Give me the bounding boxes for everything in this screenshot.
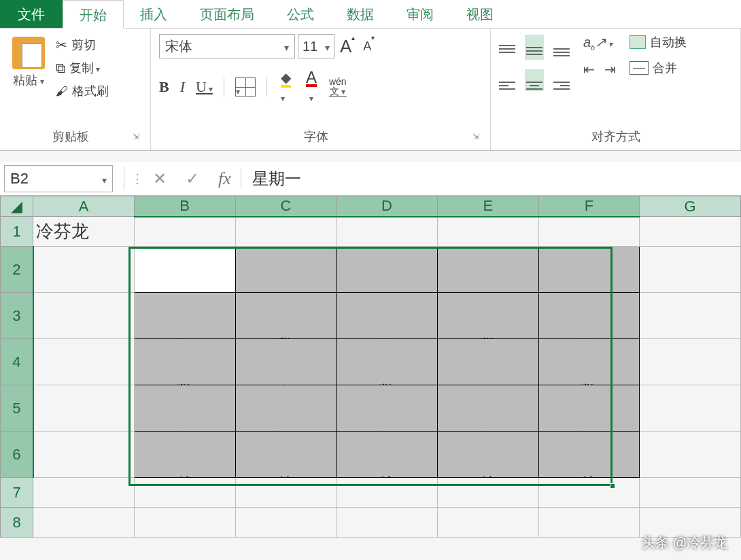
name-box[interactable]: B2 <box>4 165 113 192</box>
spreadsheet-grid[interactable]: ◢ A B C D E F G 1 冷芬龙 2 星期一 星期二 星期三 星期四 … <box>0 196 741 538</box>
cell-B1[interactable] <box>134 217 235 247</box>
insert-function-button[interactable]: fx <box>209 169 241 189</box>
cell-C4[interactable]: 语文 <box>235 339 337 385</box>
cut-button[interactable]: 剪切 <box>56 37 109 53</box>
fill-color-button[interactable] <box>278 69 294 105</box>
shrink-font-button[interactable]: A▾ <box>360 39 377 54</box>
align-middle-button[interactable] <box>525 35 544 60</box>
font-size-combo[interactable]: 11 <box>298 34 334 58</box>
align-bottom-button[interactable] <box>553 37 570 56</box>
tab-data[interactable]: 数据 <box>330 0 390 28</box>
cell-B3[interactable]: 语文 <box>134 293 235 339</box>
cell-A3[interactable] <box>33 293 135 339</box>
cell-A7[interactable] <box>33 478 135 508</box>
borders-button[interactable] <box>235 77 256 97</box>
row-header-3[interactable]: 3 <box>1 293 33 339</box>
col-header-D[interactable]: D <box>337 196 438 217</box>
increase-indent-button[interactable]: ⇥ <box>604 61 616 77</box>
font-color-button[interactable]: A <box>305 68 318 105</box>
col-header-G[interactable]: G <box>640 196 741 217</box>
row-header-2[interactable]: 2 <box>1 247 33 293</box>
row-header-5[interactable]: 5 <box>1 385 33 432</box>
cell-D2[interactable]: 星期三 <box>337 247 438 293</box>
align-right-button[interactable] <box>553 71 570 90</box>
cell-A2[interactable] <box>33 247 135 293</box>
align-center-button[interactable] <box>525 69 544 91</box>
col-header-E[interactable]: E <box>437 196 538 217</box>
underline-button[interactable]: U <box>196 78 213 96</box>
cell-D1[interactable] <box>337 217 438 247</box>
cell-E4[interactable]: 语文 <box>437 339 538 385</box>
phonetic-guide-button[interactable]: wén文 <box>329 77 347 97</box>
tab-page-layout[interactable]: 页面布局 <box>184 0 271 28</box>
tab-insert[interactable]: 插入 <box>124 0 184 28</box>
select-all-corner[interactable]: ◢ <box>1 196 33 217</box>
tab-review[interactable]: 审阅 <box>390 0 450 28</box>
cell-C2[interactable]: 星期二 <box>235 247 337 293</box>
cell-C5[interactable]: 英语 <box>235 385 337 432</box>
cell-F3[interactable]: 语文 <box>538 293 640 339</box>
cell-F2[interactable]: 星期五 <box>538 247 640 293</box>
cell-D4[interactable]: 数学 <box>337 339 438 385</box>
cell-B4[interactable]: 数学 <box>134 339 235 385</box>
cell-C6[interactable]: 体育 <box>235 432 337 478</box>
cell-F5[interactable]: 英语 <box>538 385 640 432</box>
cell-C8[interactable] <box>235 508 337 538</box>
tab-home[interactable]: 开始 <box>63 0 124 29</box>
cell-C1[interactable] <box>235 217 337 247</box>
align-top-button[interactable] <box>499 34 515 60</box>
cell-E6[interactable]: 体育 <box>437 432 538 478</box>
copy-button[interactable]: 复制 <box>56 60 109 76</box>
cell-D3[interactable]: 语文 <box>337 293 438 339</box>
cell-G4[interactable] <box>640 339 741 385</box>
cell-F4[interactable]: 数学 <box>538 339 640 385</box>
row-header-1[interactable]: 1 <box>1 217 33 247</box>
cell-A1[interactable]: 冷芬龙 <box>33 217 135 247</box>
row-header-4[interactable]: 4 <box>1 339 33 385</box>
cell-B6[interactable]: 体育 <box>134 432 235 478</box>
cell-D6[interactable]: 体育 <box>337 432 438 478</box>
cell-F6[interactable]: 体育 <box>538 432 640 478</box>
accept-formula-button[interactable]: ✓ <box>176 169 209 188</box>
cell-B7[interactable] <box>134 478 235 508</box>
cell-G1[interactable] <box>640 217 741 247</box>
row-header-7[interactable]: 7 <box>1 478 33 508</box>
cell-A6[interactable] <box>33 432 135 478</box>
orientation-button[interactable]: ab↗ <box>583 34 613 52</box>
row-header-6[interactable]: 6 <box>1 432 33 478</box>
cell-G3[interactable] <box>640 293 741 339</box>
bold-button[interactable]: B <box>159 78 169 96</box>
col-header-F[interactable]: F <box>538 196 640 217</box>
tab-view[interactable]: 视图 <box>450 0 510 28</box>
font-name-combo[interactable]: 宋体 <box>159 34 295 58</box>
cancel-formula-button[interactable]: ✕ <box>143 169 176 188</box>
cell-B5[interactable]: 英语 <box>134 385 235 432</box>
tab-file[interactable]: 文件 <box>0 0 63 28</box>
cell-E8[interactable] <box>437 508 538 538</box>
clipboard-launcher[interactable]: ⇲ <box>133 132 142 141</box>
wrap-text-button[interactable]: 自动换 <box>630 34 687 50</box>
cell-E1[interactable] <box>437 217 538 247</box>
decrease-indent-button[interactable]: ⇤ <box>583 61 595 77</box>
col-header-A[interactable]: A <box>33 196 135 217</box>
cell-D7[interactable] <box>337 478 438 508</box>
align-left-button[interactable] <box>499 71 515 90</box>
merge-center-button[interactable]: 合并 <box>630 60 687 76</box>
cell-A4[interactable] <box>33 339 135 385</box>
cell-A5[interactable] <box>33 385 135 432</box>
col-header-B[interactable]: B <box>134 196 235 217</box>
fill-handle[interactable] <box>610 483 615 489</box>
col-header-C[interactable]: C <box>235 196 337 217</box>
cell-A8[interactable] <box>33 508 135 538</box>
cell-G2[interactable] <box>640 247 741 293</box>
cell-D8[interactable] <box>337 508 438 538</box>
cell-G5[interactable] <box>640 385 741 432</box>
cell-B2[interactable]: 星期一 <box>134 247 235 293</box>
cell-F7[interactable] <box>538 478 640 508</box>
cell-F1[interactable] <box>538 217 640 247</box>
cell-G6[interactable] <box>640 432 741 478</box>
cell-E3[interactable]: 数学 <box>437 293 538 339</box>
cell-G8[interactable] <box>640 508 741 538</box>
grow-font-button[interactable]: A▴ <box>337 36 358 57</box>
cell-G7[interactable] <box>640 478 741 508</box>
